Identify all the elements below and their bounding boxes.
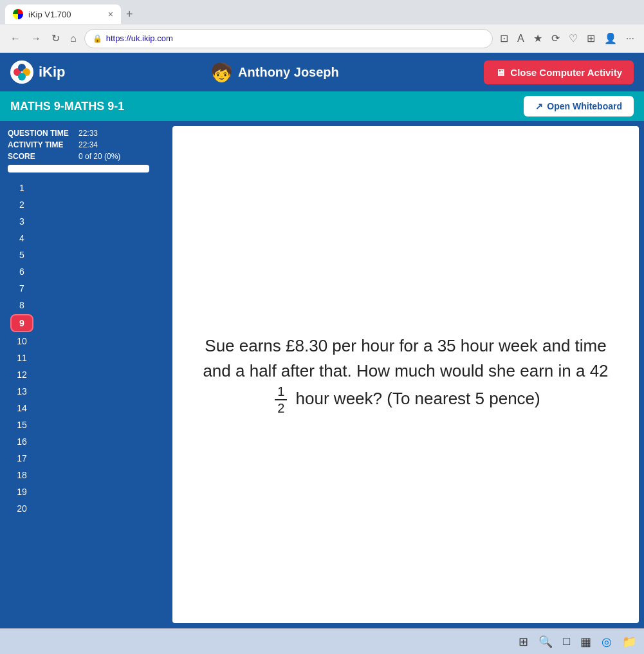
- question-time-value: 22:33: [78, 129, 98, 138]
- close-activity-button[interactable]: 🖥 Close Computer Activity: [484, 61, 634, 84]
- subject-title: MATHS 9-MATHS 9-1: [10, 100, 124, 113]
- svg-point-3: [18, 73, 26, 80]
- home-button[interactable]: ⌂: [68, 30, 79, 47]
- windows-button[interactable]: ⊞: [519, 635, 528, 649]
- question-content-area: Sue earns £8.30 per hour for a 35 hour w…: [172, 126, 639, 623]
- app-header: iKip 🧒 Anthony Joseph 🖥 Close Computer A…: [0, 53, 644, 91]
- main-content: QUESTION TIME 22:33 ACTIVITY TIME 22:34 …: [0, 121, 644, 628]
- question-item-17[interactable]: 17: [10, 451, 33, 466]
- question-item-14[interactable]: 14: [10, 400, 33, 416]
- tab-title: iKip V1.700: [28, 10, 103, 19]
- question-item-3[interactable]: 3: [10, 214, 33, 229]
- question-time-label: QUESTION TIME: [8, 129, 78, 138]
- fraction-denominator: 2: [275, 400, 287, 416]
- search-taskbar-button[interactable]: 🔍: [538, 635, 553, 649]
- cast-button[interactable]: ⊡: [498, 30, 510, 46]
- left-sidebar: QUESTION TIME 22:33 ACTIVITY TIME 22:34 …: [0, 121, 167, 628]
- widgets-button[interactable]: ▦: [580, 635, 591, 649]
- url-text: https://uk.ikip.com: [106, 33, 484, 43]
- question-text: Sue earns £8.30 per hour for a 35 hour w…: [198, 333, 613, 416]
- question-item-10[interactable]: 10: [10, 333, 33, 349]
- question-item-6[interactable]: 6: [10, 264, 33, 279]
- logo-icon: [10, 61, 33, 84]
- question-item-13[interactable]: 13: [10, 384, 33, 399]
- more-options-button[interactable]: ···: [624, 31, 636, 46]
- question-text-part2: hour week? (To nearest 5 pence): [296, 389, 540, 408]
- browser-tab[interactable]: iKip V1.700 ×: [5, 5, 121, 24]
- progress-bar-container: [8, 165, 149, 173]
- activity-time-label: ACTIVITY TIME: [8, 140, 78, 149]
- back-button[interactable]: ←: [8, 30, 23, 47]
- new-tab-button[interactable]: +: [124, 5, 136, 24]
- close-activity-label: Close Computer Activity: [510, 67, 622, 78]
- task-view-button[interactable]: □: [563, 635, 570, 648]
- question-item-2[interactable]: 2: [10, 197, 33, 212]
- fraction-display: 1 2: [275, 384, 287, 416]
- question-item-18[interactable]: 18: [10, 467, 33, 483]
- score-row: SCORE 0 of 20 (0%): [8, 152, 160, 161]
- logo-text: iKip: [39, 64, 66, 80]
- split-view-button[interactable]: ⊞: [585, 30, 597, 46]
- whiteboard-icon: ↗: [535, 101, 543, 111]
- question-item-20[interactable]: 20: [10, 501, 33, 516]
- question-item-15[interactable]: 15: [10, 417, 33, 433]
- whiteboard-label: Open Whiteboard: [547, 101, 622, 111]
- favorites-button[interactable]: ★: [531, 30, 544, 46]
- question-item-9[interactable]: 9: [10, 314, 33, 332]
- question-item-12[interactable]: 12: [10, 367, 33, 382]
- profile-button[interactable]: 👤: [602, 30, 619, 46]
- edge-taskbar-button[interactable]: ◎: [602, 635, 612, 649]
- refresh-button[interactable]: ↻: [49, 30, 62, 47]
- monitor-icon: 🖥: [495, 67, 505, 78]
- ikip-logo: iKip: [10, 61, 66, 84]
- question-item-11[interactable]: 11: [10, 350, 33, 366]
- nav-bar: ← → ↻ ⌂ 🔒 https://uk.ikip.com ⊡ A ★ ⟳ ♡ …: [0, 24, 644, 53]
- question-text-part1: Sue earns £8.30 per hour for a 35 hour w…: [203, 336, 608, 380]
- question-item-8[interactable]: 8: [10, 297, 33, 313]
- tab-close-button[interactable]: ×: [108, 9, 113, 19]
- activity-time-row: ACTIVITY TIME 22:34: [8, 140, 160, 149]
- question-item-1[interactable]: 1: [10, 180, 33, 196]
- files-taskbar-button[interactable]: 📁: [622, 635, 636, 649]
- forward-button[interactable]: →: [28, 30, 44, 47]
- subject-bar: MATHS 9-MATHS 9-1 ↗ Open Whiteboard: [0, 91, 644, 121]
- reader-mode-button[interactable]: A: [515, 31, 526, 46]
- tab-bar: iKip V1.700 × +: [0, 0, 644, 24]
- header-user: 🧒 Anthony Joseph: [210, 62, 339, 83]
- question-item-19[interactable]: 19: [10, 484, 33, 500]
- address-bar[interactable]: 🔒 https://uk.ikip.com: [84, 29, 493, 48]
- open-whiteboard-button[interactable]: ↗ Open Whiteboard: [524, 96, 634, 117]
- fraction-numerator: 1: [275, 384, 287, 400]
- question-item-5[interactable]: 5: [10, 247, 33, 263]
- favicon-icon: [13, 9, 23, 19]
- activity-time-value: 22:34: [78, 140, 98, 149]
- taskbar: ⊞ 🔍 □ ▦ ◎ 📁: [0, 628, 644, 654]
- score-label: SCORE: [8, 152, 78, 161]
- refresh-alt-button[interactable]: ⟳: [549, 30, 562, 46]
- collections-button[interactable]: ♡: [567, 30, 580, 46]
- question-time-row: QUESTION TIME 22:33: [8, 129, 160, 138]
- question-list: 1 2 3 4 5 6 7 8 9 10 11 12 13 14 15 16 1…: [8, 180, 160, 516]
- question-item-4[interactable]: 4: [10, 230, 33, 246]
- browser-chrome: iKip V1.700 × + ← → ↻ ⌂ 🔒 https://uk.iki…: [0, 0, 644, 53]
- user-avatar-icon: 🧒: [210, 62, 233, 83]
- score-value: 0 of 20 (0%): [78, 152, 120, 161]
- question-item-7[interactable]: 7: [10, 281, 33, 296]
- user-name: Anthony Joseph: [238, 65, 339, 80]
- question-item-16[interactable]: 16: [10, 434, 33, 449]
- lock-icon: 🔒: [93, 34, 102, 43]
